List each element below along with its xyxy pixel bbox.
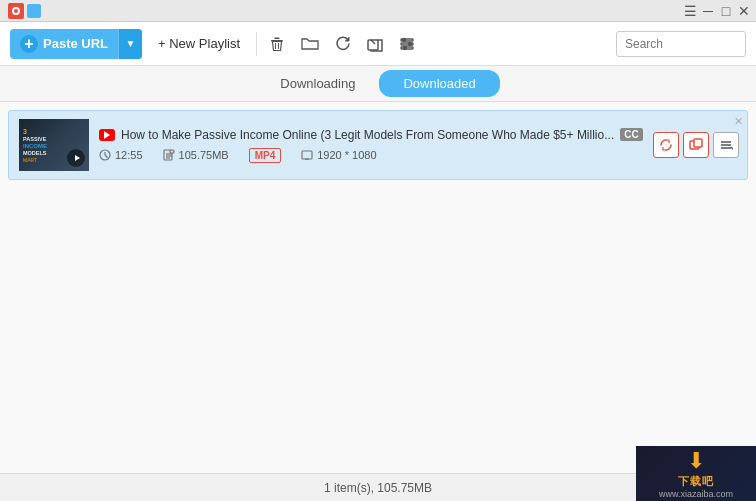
paste-url-plus-icon: +	[20, 35, 38, 53]
paste-url-label: Paste URL	[43, 36, 108, 51]
svg-point-11	[404, 46, 407, 49]
svg-line-28	[731, 147, 733, 150]
title-bar: ☰ ─ □ ✕	[0, 0, 756, 22]
svg-rect-16	[170, 150, 174, 153]
refresh-toolbar-button[interactable]	[331, 32, 355, 56]
item-actions	[653, 132, 739, 158]
svg-line-14	[105, 155, 108, 158]
tabs-bar: Downloading Downloaded	[0, 66, 756, 102]
meta-format: MP4	[249, 148, 282, 163]
meta-duration: 12:55	[99, 149, 143, 161]
thumbnail: 3 PASSIVE INCOME MODELS MART	[19, 119, 89, 171]
meta-resolution: 1920 * 1080	[301, 149, 376, 161]
item-delete-button[interactable]: ✕	[734, 115, 743, 128]
toolbar: + Paste URL ▼ + New Playlist	[0, 22, 756, 66]
minimize-icon[interactable]: ─	[700, 3, 716, 19]
more-options-button[interactable]	[713, 132, 739, 158]
title-bar-icons: ☰ ─ □ ✕	[682, 3, 752, 19]
toolbar-separator-1	[256, 32, 257, 56]
resolution-value: 1920 * 1080	[317, 149, 376, 161]
watermark-logo: ⬇	[687, 448, 705, 474]
watermark-url: www.xiazaiba.com	[659, 489, 733, 499]
item-meta: 12:55 105.75MB MP4	[99, 148, 643, 163]
size-value: 105.75MB	[179, 149, 229, 161]
watermark-brand: 下载吧	[678, 474, 714, 489]
item-title-row: How to Make Passive Income Online (3 Leg…	[99, 128, 643, 142]
export-toolbar-button[interactable]	[363, 32, 387, 56]
format-badge: MP4	[249, 148, 282, 163]
convert-button[interactable]	[653, 132, 679, 158]
delete-toolbar-button[interactable]	[265, 32, 289, 56]
tab-downloading[interactable]: Downloading	[256, 70, 379, 97]
tab-downloaded[interactable]: Downloaded	[379, 70, 499, 97]
item-main: How to Make Passive Income Online (3 Leg…	[99, 128, 643, 163]
paste-url-dropdown-icon[interactable]: ▼	[118, 29, 142, 59]
svg-rect-20	[302, 151, 312, 159]
maximize-icon[interactable]: □	[718, 3, 734, 19]
watermark: ⬇ 下载吧 www.xiazaiba.com	[636, 446, 756, 501]
cc-badge: CC	[620, 128, 642, 141]
search-box[interactable]	[616, 31, 746, 57]
new-playlist-label: + New Playlist	[158, 36, 240, 51]
download-item: 3 PASSIVE INCOME MODELS MART How to Make…	[8, 110, 748, 180]
svg-rect-24	[694, 139, 702, 147]
svg-rect-1	[275, 37, 280, 39]
svg-point-10	[409, 42, 412, 45]
svg-point-9	[403, 38, 406, 41]
paste-url-button[interactable]: + Paste URL ▼	[10, 29, 142, 59]
convert2-button[interactable]	[683, 132, 709, 158]
settings-toolbar-button[interactable]	[395, 32, 419, 56]
duration-value: 12:55	[115, 149, 143, 161]
close-icon[interactable]: ✕	[736, 3, 752, 19]
status-text: 1 item(s), 105.75MB	[324, 481, 432, 495]
new-playlist-button[interactable]: + New Playlist	[150, 29, 248, 59]
menu-icon[interactable]: ☰	[682, 3, 698, 19]
youtube-icon	[99, 129, 115, 141]
item-title: How to Make Passive Income Online (3 Leg…	[121, 128, 614, 142]
content-area: 3 PASSIVE INCOME MODELS MART How to Make…	[0, 102, 756, 473]
meta-size: 105.75MB	[163, 149, 229, 161]
search-input[interactable]	[625, 37, 737, 51]
folder-toolbar-button[interactable]	[297, 32, 323, 56]
